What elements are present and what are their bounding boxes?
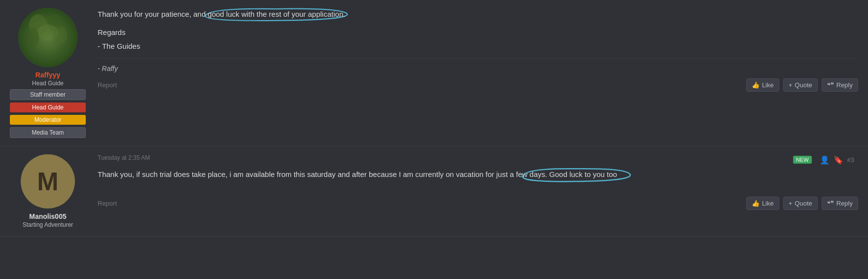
- post-line-guides: - The Guides: [98, 40, 858, 52]
- post-sidebar-raffy: Raffyyy Head Guide Staff member Head Gui…: [10, 8, 94, 138]
- badge-moderator: Moderator: [10, 115, 86, 125]
- post-line-1: Thank you for your patience, and good lu…: [98, 8, 858, 21]
- quote-label: Quote: [795, 81, 812, 89]
- like-label: Like: [762, 81, 774, 89]
- svg-point-5: [53, 26, 68, 44]
- like-icon: 👍: [752, 81, 760, 89]
- post-top-icons-manolis: NEW 👤 🔖 #3: [793, 155, 858, 165]
- post-actions-raffy: 👍 Like + Quote ❝❞ Reply: [746, 78, 858, 92]
- quote-button-raffy[interactable]: + Quote: [783, 78, 818, 92]
- post-footer-manolis: Report 👍 Like + Quote ❝❞ Reply: [98, 197, 858, 210]
- post-top-bar-manolis: Tuesday at 2:35 AM NEW 👤 🔖 #3: [98, 154, 858, 165]
- svg-point-4: [27, 28, 39, 47]
- post-divider-raffy: [98, 58, 858, 59]
- badge-staff-member: Staff member: [10, 89, 86, 100]
- report-link-raffy[interactable]: Report: [98, 81, 117, 89]
- avatar-manolis: M: [21, 154, 75, 209]
- post-timestamp-manolis: Tuesday at 2:35 AM: [98, 154, 150, 161]
- quote-icon-m: +: [789, 200, 793, 207]
- badge-media-team: Media Team: [10, 127, 86, 138]
- quote-icon: +: [789, 81, 793, 89]
- reply-label-m: Reply: [836, 200, 853, 207]
- post-actions-manolis: 👍 Like + Quote ❝❞ Reply: [746, 197, 858, 210]
- user-title-manolis: Starting Adventurer: [23, 221, 73, 228]
- new-badge: NEW: [793, 156, 812, 164]
- reply-button-manolis[interactable]: ❝❞ Reply: [822, 197, 858, 210]
- avatar-raffy: [18, 8, 77, 67]
- highlighted-text-1: good luck with the rest of your applicat…: [208, 10, 345, 18]
- quote-button-manolis[interactable]: + Quote: [783, 197, 818, 210]
- avatar-letter-m: M: [37, 167, 58, 196]
- username-raffy[interactable]: Raffyyy: [35, 71, 61, 79]
- quote-label-m: Quote: [795, 200, 812, 207]
- highlighted-text-2: ays. Good luck to you too: [534, 170, 617, 178]
- post-line-regards: Regards: [98, 27, 858, 38]
- post-text-raffy: Thank you for your patience, and good lu…: [98, 8, 858, 52]
- post-footer-raffy: Report 👍 Like + Quote ❝❞ Reply: [98, 78, 858, 92]
- like-button-raffy[interactable]: 👍 Like: [746, 78, 779, 92]
- post-manolis: M Manolis005 Starting Adventurer Tuesday…: [0, 146, 868, 237]
- reply-button-raffy[interactable]: ❝❞ Reply: [822, 78, 858, 92]
- reply-icon-m: ❝❞: [827, 200, 834, 207]
- post-signature-raffy: - Raffy: [98, 65, 858, 72]
- post-body-raffy: Thank you for your patience, and good lu…: [94, 8, 858, 138]
- post-sidebar-manolis: M Manolis005 Starting Adventurer: [10, 154, 94, 228]
- badge-head-guide: Head Guide: [10, 103, 86, 112]
- report-link-manolis[interactable]: Report: [98, 200, 117, 207]
- bookmark-icon[interactable]: 🔖: [833, 155, 843, 165]
- post-raffy: Raffyyy Head Guide Staff member Head Gui…: [0, 0, 868, 146]
- post-body-manolis: Tuesday at 2:35 AM NEW 👤 🔖 #3 Thank you,…: [94, 154, 858, 228]
- post-number-manolis: #3: [847, 156, 858, 164]
- username-manolis[interactable]: Manolis005: [29, 212, 66, 220]
- like-icon-m: 👍: [752, 200, 760, 207]
- reply-label: Reply: [836, 81, 853, 89]
- user-title-raffy: Head Guide: [32, 80, 64, 87]
- post-text-manolis: Thank you, if such trial does take place…: [98, 168, 858, 181]
- like-label-m: Like: [762, 200, 774, 207]
- reply-icon: ❝❞: [827, 81, 834, 89]
- person-icon[interactable]: 👤: [820, 155, 830, 165]
- like-button-manolis[interactable]: 👍 Like: [746, 197, 779, 210]
- post-line-manolis: Thank you, if such trial does take place…: [98, 168, 858, 181]
